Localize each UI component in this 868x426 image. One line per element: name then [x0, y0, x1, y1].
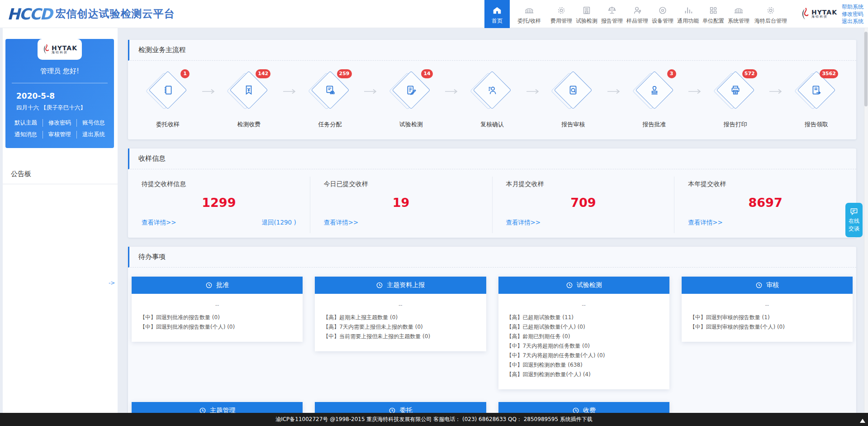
clock-icon [566, 282, 573, 289]
todo-card-entrust: 委托 -- 【中】未付清费用的委托 (0) 【中】7天内将超期但未付清费用的委托… [315, 402, 486, 413]
todo-card-test-detect-header[interactable]: 试验检测 [498, 277, 669, 294]
arrow-right-icon [769, 89, 783, 94]
page-title: 宏信创达试验检测云平台 [56, 7, 175, 21]
brand-abbr: HCCD [7, 5, 56, 23]
logout-link[interactable]: 退出系统 [842, 18, 863, 25]
view-details-link[interactable]: 查看详情>> [324, 219, 359, 227]
review-confirm-button[interactable] [473, 71, 512, 110]
todo-item[interactable]: 【中】回退到批准的报告数量 (0) [140, 313, 294, 322]
user-links-row2: 通知消息 审核管理 退出系统 [5, 131, 114, 139]
placeholder: -- [507, 302, 661, 308]
todo-card-fee: 收费 -- 【中】待审批的合同 (0) [498, 402, 669, 413]
flow-steps-row: 1 委托收样 [128, 61, 856, 139]
todo-card-topic-manage: 主题管理 -- 【高】7天内需要上报但尚未上报的主题数量 (0) 【中】当前需要… [132, 402, 303, 413]
todo-card-topic-report-header[interactable]: 主题资料上报 [315, 277, 486, 294]
nav-item-common-functions[interactable]: 通用功能 [675, 0, 701, 28]
todo-item[interactable]: 【中】回退到审核的报告数量 (1) [690, 313, 844, 322]
report-approve-button[interactable] [635, 71, 674, 110]
todo-card-approve: 批准 -- 【中】回退到批准的报告数量 (0) 【中】回退到批准的报告数量(个人… [132, 277, 303, 342]
account-info-link[interactable]: 账号信息 [77, 119, 110, 127]
notification-link[interactable]: 通知消息 [9, 131, 43, 139]
view-details-link[interactable]: 查看详情>> [506, 219, 541, 227]
scroll-top-icon[interactable] [860, 419, 865, 423]
todo-item[interactable]: 【中】7天内将超期的任务数量 (0) [507, 341, 661, 351]
online-chat-button[interactable]: 在线 交谈 [845, 203, 863, 237]
divider [12, 83, 108, 83]
audit-management-link[interactable]: 审核管理 [43, 131, 77, 139]
gear-icon [766, 5, 776, 16]
arrow-right-icon [283, 89, 296, 94]
todo-card-approve-header[interactable]: 批准 [132, 277, 303, 294]
arrow-right-icon [688, 89, 702, 94]
nav-item-sample-management[interactable]: 样品管理 [625, 0, 650, 28]
todo-item[interactable]: 【高】已超期试验数量(个人) (0) [507, 322, 661, 332]
todo-item[interactable]: 【中】回退到审核的报告数量(个人) (0) [690, 322, 844, 332]
pending-count: 1299 [142, 196, 296, 210]
todo-card-topic-manage-header[interactable]: 主题管理 [132, 402, 303, 413]
flow-step-task-assign: 259 任务分配 [308, 71, 352, 129]
badge: 572 [742, 69, 757, 78]
view-details-link[interactable]: 查看详情>> [142, 219, 176, 227]
badge: 14 [421, 69, 432, 78]
nav-item-entrust-sampling[interactable]: 委托/收样 [510, 0, 549, 28]
todo-item[interactable]: 【中】当前需要上报但未上报的主题数量 (0) [323, 332, 478, 341]
clock-icon [755, 282, 763, 289]
todo-card-fee-header[interactable]: 收费 [498, 402, 669, 413]
nav-item-hytak-backend[interactable]: 海特后台管理 [751, 0, 790, 28]
sampling-card-today: 今日已提交收样 19 查看详情>> [310, 177, 493, 233]
todo-section-title: 待办事项 [128, 247, 856, 268]
current-date: 2020-5-8 [5, 91, 114, 104]
todo-card-audit-header[interactable]: 审核 [682, 277, 853, 294]
badge: 142 [256, 69, 270, 78]
sidebar-collapse-toggle[interactable]: -> [109, 280, 115, 286]
nav-item-report-management[interactable]: 报告管理 [599, 0, 625, 28]
todo-card-entrust-header[interactable]: 委托 [315, 402, 486, 413]
nav-item-test-detection[interactable]: 试验检测 [574, 0, 599, 28]
stamp-icon [641, 77, 668, 103]
nav-item-system-management[interactable]: 系统管理 [726, 0, 751, 28]
bridge-icon [733, 5, 744, 16]
user-links-row1: 默认主题 修改密码 账号信息 [5, 119, 114, 127]
flow-step-report-print: 572 报告打印 [714, 71, 757, 129]
report-audit-button[interactable] [554, 71, 593, 110]
month-count: 709 [506, 196, 661, 210]
main-content: 检测业务主流程 1 委托收样 [118, 28, 868, 413]
today-count: 19 [324, 196, 479, 210]
nav-item-unit-config[interactable]: 单位配置 [701, 0, 726, 28]
todo-item[interactable]: 【高】7天内需要上报但未上报的数量 (0) [323, 322, 478, 332]
left-sidebar: HYTAK 海特科技 管理员 您好! 2020-5-8 四月十六 【庚子辛巳十六… [3, 28, 118, 413]
badge: 259 [337, 69, 352, 78]
year-count: 8697 [688, 196, 843, 210]
returned-link[interactable]: 退回(1290 ) [262, 219, 296, 227]
home-icon [492, 5, 502, 16]
arrow-right-icon [202, 89, 215, 94]
scrollbar-thumb[interactable] [864, 32, 868, 106]
document-edit-icon [398, 77, 424, 103]
top-header: HCCD 宏信创达试验检测云平台 首页 委托/收样 费用管理 [0, 0, 868, 28]
chat-bubble-icon [845, 207, 863, 216]
badge: 3 [667, 69, 676, 78]
nav-item-device-management[interactable]: 设备管理 [650, 0, 675, 28]
placeholder: -- [140, 302, 294, 308]
help-system-link[interactable]: 帮助系统 [842, 3, 863, 10]
todo-item[interactable]: 【中】回退到批准的报告数量(个人) (0) [140, 322, 294, 332]
change-password-link[interactable]: 修改密码 [842, 10, 863, 18]
logout-link[interactable]: 退出系统 [77, 131, 110, 139]
vertical-scrollbar[interactable] [864, 28, 868, 413]
todo-item[interactable]: 【高】回退到检测的数量(个人) (4) [507, 370, 661, 379]
todo-item[interactable]: 【高】已超期试验数量 (11) [507, 313, 661, 322]
document-out-icon [803, 77, 830, 103]
document-tray-icon [582, 5, 592, 16]
todo-item[interactable]: 【高】超期未上报主题数量 (0) [323, 313, 478, 322]
change-password-link[interactable]: 修改密码 [43, 119, 77, 127]
nav-item-home[interactable]: 首页 [484, 0, 510, 28]
todo-grid: 批准 -- 【中】回退到批准的报告数量 (0) 【中】回退到批准的报告数量(个人… [128, 268, 856, 413]
nav-item-fee-management[interactable]: 费用管理 [549, 0, 574, 28]
default-theme-link[interactable]: 默认主题 [9, 119, 43, 127]
sidebar-logo: HYTAK 海特科技 [38, 39, 82, 60]
view-details-link[interactable]: 查看详情>> [688, 219, 723, 227]
todo-item[interactable]: 【中】7天内将超期的任务数量(个人) (0) [507, 351, 661, 360]
todo-item[interactable]: 【高】龄期已到期任务 (0) [507, 332, 661, 341]
scale-icon [607, 5, 617, 16]
todo-item[interactable]: 【中】回退到检测的数量 (638) [507, 360, 661, 370]
